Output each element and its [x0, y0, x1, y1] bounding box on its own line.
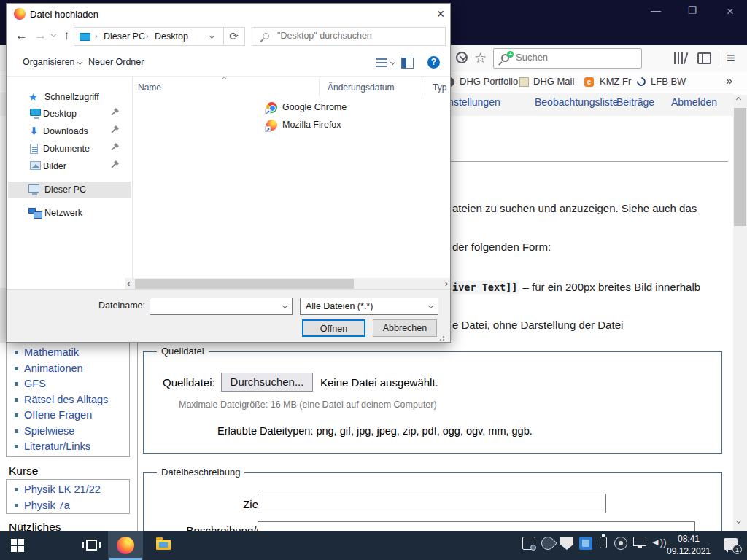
- combo-chevron-icon[interactable]: [282, 303, 287, 308]
- quelldatei-legend: Quelldatei: [157, 346, 209, 357]
- restore-icon[interactable]: ❐: [681, 4, 703, 16]
- organisieren-chevron-icon[interactable]: [77, 60, 82, 65]
- sidebar-link[interactable]: Rätsel des Alltags: [24, 394, 108, 405]
- link-abmelden[interactable]: Abmelden: [671, 96, 717, 108]
- horizontal-scrollbar[interactable]: ‹ ›: [125, 278, 450, 289]
- scroll-left-icon[interactable]: ‹: [127, 278, 130, 289]
- file-explorer-button[interactable]: [73, 531, 108, 560]
- sidebar-link[interactable]: Physik 7a: [24, 499, 70, 511]
- tray-dish-icon[interactable]: [538, 534, 557, 552]
- page-scrollbar-thumb[interactable]: [734, 108, 746, 226]
- file-row-mozilla-firefox[interactable]: ↗ Mozilla Firefox 21.04.2020 16:45 Verkn: [133, 117, 450, 133]
- bookmark-star-icon[interactable]: ☆: [474, 50, 487, 66]
- sidebar-link[interactable]: Animationen: [24, 362, 83, 374]
- pin-icon: [111, 163, 116, 168]
- sidebar-item-schnellzugriff[interactable]: ★ Schnellzugriff: [8, 89, 131, 106]
- task-view-button[interactable]: [38, 531, 73, 560]
- view-chevron-icon[interactable]: [390, 60, 395, 65]
- resize-grip[interactable]: [443, 336, 444, 338]
- sidebar-toggle-icon[interactable]: [697, 52, 711, 64]
- sidebar-link[interactable]: Physik LK 21/22: [24, 483, 101, 495]
- sidebar-link[interactable]: GFS: [24, 378, 46, 389]
- link-beobachtungsliste[interactable]: Beobachtungsliste: [535, 96, 618, 108]
- sidebar-link[interactable]: Literatur/Links: [24, 440, 90, 452]
- pocket-icon[interactable]: [456, 52, 468, 63]
- breadcrumb[interactable]: › Dieser PC › Desktop: [74, 27, 224, 46]
- sidebar-item-netzwerk[interactable]: Netzwerk: [8, 205, 131, 222]
- bookmark-item[interactable]: LFB BW: [651, 76, 686, 87]
- dialog-search-input[interactable]: [277, 31, 438, 41]
- view-list-icon[interactable]: [376, 58, 387, 68]
- organisieren-menu[interactable]: Organisieren: [23, 57, 75, 67]
- breadcrumb-dieser-pc[interactable]: Dieser PC: [104, 31, 145, 42]
- menu-icon[interactable]: ≡: [727, 50, 735, 66]
- scroll-right-icon[interactable]: ›: [445, 278, 448, 289]
- column-divider[interactable]: [425, 79, 425, 96]
- column-header-date[interactable]: Änderungsdatum: [328, 82, 394, 93]
- tray-blue-app-icon[interactable]: [579, 537, 592, 550]
- sidebar-item-desktop[interactable]: Desktop: [8, 106, 131, 122]
- taskbar-clock[interactable]: 08:41 09.12.2021: [660, 533, 717, 558]
- bookmark-favicon: [635, 76, 648, 88]
- sidebar-item-bilder[interactable]: Bilder: [8, 158, 131, 175]
- column-divider[interactable]: [319, 79, 320, 96]
- scrollbar-thumb[interactable]: [135, 279, 354, 289]
- refresh-button[interactable]: ⟳: [223, 27, 245, 46]
- bookmark-item[interactable]: DHG Mail: [533, 76, 574, 87]
- history-chevron-icon[interactable]: [51, 32, 56, 37]
- firefox-search-box[interactable]: +: [493, 48, 642, 69]
- search-icon: +: [501, 54, 509, 62]
- desktop-icon: [80, 33, 90, 41]
- file-row-google-chrome[interactable]: ↗ Google Chrome 09.12.2021 08:34 Verkn: [133, 100, 450, 116]
- sidebar-item-downloads[interactable]: ⬇ Downloads: [8, 123, 131, 140]
- quelldatei-label: Quelldatei:: [163, 376, 215, 389]
- kurse-heading: Kurse: [9, 464, 39, 478]
- column-header-name[interactable]: Name: [138, 82, 161, 93]
- tray-security-shield-icon[interactable]: [560, 537, 573, 550]
- dialog-search-box[interactable]: [252, 27, 446, 46]
- column-header-type[interactable]: Typ: [433, 82, 446, 93]
- open-button[interactable]: Öffnen: [302, 319, 365, 337]
- durchsuchen-button[interactable]: Durchsuchen...: [221, 373, 313, 392]
- tray-usb-icon[interactable]: [600, 537, 607, 548]
- tray-remote-app-icon[interactable]: [522, 537, 535, 550]
- preview-pane-icon[interactable]: [401, 58, 414, 69]
- sidebar-link[interactable]: Offene Fragen: [24, 409, 92, 421]
- neuer-ordner-button[interactable]: Neuer Ordner: [88, 57, 144, 67]
- bookmarks-overflow-icon[interactable]: »: [726, 74, 732, 88]
- network-icon: [28, 208, 36, 214]
- back-icon[interactable]: ←: [15, 28, 28, 43]
- notification-center-icon[interactable]: 1: [724, 538, 738, 550]
- breadcrumb-desktop[interactable]: Desktop: [155, 31, 188, 42]
- downloads-icon: ⬇: [30, 126, 42, 136]
- desktop-icon: [30, 109, 41, 116]
- sidebar-item-dokumente[interactable]: Dokumente: [8, 141, 131, 158]
- firefox-taskbar-button[interactable]: [108, 531, 143, 560]
- close-icon[interactable]: ×: [719, 4, 741, 19]
- start-button[interactable]: [0, 531, 35, 560]
- link-einstellungen[interactable]: instellungen: [446, 96, 500, 108]
- breadcrumb-chevron-icon[interactable]: [209, 34, 214, 39]
- dateibeschreibung-legend: Dateibeschreibung: [157, 467, 244, 478]
- bookmark-item[interactable]: KMZ Fr: [600, 76, 631, 87]
- sidebar-link[interactable]: Mathematik: [24, 346, 79, 358]
- cancel-button[interactable]: Abbrechen: [373, 319, 437, 337]
- page-text-line: e Datei, ohne Darstellung der Datei: [452, 319, 623, 331]
- bookmark-item[interactable]: DHG Portfolio: [460, 76, 518, 87]
- tray-eye-icon[interactable]: [614, 537, 627, 550]
- dialog-close-icon[interactable]: ×: [432, 5, 449, 23]
- zielname-input[interactable]: [258, 494, 606, 513]
- sidebar-link[interactable]: Spielwiese: [24, 425, 74, 437]
- sidebar-item-dieser-pc[interactable]: Dieser PC: [8, 182, 131, 198]
- filename-combobox[interactable]: [150, 298, 293, 315]
- filetype-dropdown[interactable]: Alle Dateien (*.*): [300, 298, 438, 315]
- help-icon[interactable]: ?: [427, 56, 440, 69]
- filename-input[interactable]: [153, 300, 270, 310]
- quelldatei-fieldset: Quelldatei Quelldatei: Durchsuchen... Ke…: [143, 351, 722, 454]
- minimize-icon[interactable]: —: [645, 4, 667, 16]
- tray-network-icon[interactable]: [633, 537, 646, 546]
- up-icon[interactable]: ↑: [63, 28, 70, 43]
- library-icon[interactable]: [674, 52, 689, 64]
- search-input[interactable]: [516, 52, 636, 63]
- link-beitraege[interactable]: Beiträge: [616, 96, 654, 108]
